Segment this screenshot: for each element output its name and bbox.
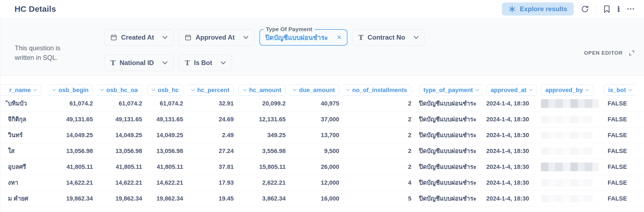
cell-is_bot: FALSE [600, 148, 635, 155]
cell-is_bot: FALSE [600, 116, 635, 123]
filter-chips: Created AtApproved AtType Of Paymentปิดบ… [104, 29, 440, 71]
filter-label: Approved At [195, 34, 235, 41]
filter-chip-approved-at[interactable]: Approved At [178, 29, 254, 46]
cell-osb_hc_oa: 49,131.65 [97, 116, 146, 123]
column-chip-no_of_installments[interactable]: no_of_installments [343, 85, 411, 96]
cell-hc_percent: 32.91 [187, 100, 238, 107]
redacted-value [541, 116, 593, 123]
cell-hc_amount: 20,099.2 [238, 100, 289, 107]
cell-osb_begin: 61,074.2 [48, 100, 97, 107]
ellipsis-icon: ••• [627, 6, 635, 12]
more-options-button[interactable]: ••• [627, 4, 635, 14]
redacted-value [541, 179, 593, 186]
info-icon: i [617, 5, 620, 13]
column-label: approved_at [491, 87, 526, 94]
cell-osb_begin: 14,049.25 [48, 132, 97, 139]
cell-hc_amount: 3,862.34 [238, 195, 289, 202]
cell-approved_by [537, 132, 600, 139]
column-header-type_of_payment: type_of_payment [415, 84, 482, 96]
cell-type_of_payment: ปิดบัญชีแบบผ่อนชำระ [415, 162, 482, 172]
cell-hc_percent: 37.81 [187, 163, 238, 170]
redacted-value [541, 132, 593, 139]
bookmark-button[interactable] [604, 4, 610, 14]
filter-chip-created-at[interactable]: Created At [104, 29, 174, 46]
cell-approved_by [537, 148, 600, 155]
cell-approved_at: 2024-1-4, 18:30 [482, 148, 537, 155]
explore-results-button[interactable]: Explore results [502, 2, 573, 16]
chevron-down-icon [162, 61, 168, 64]
column-chip-hc_amount[interactable]: hc_amount [239, 85, 286, 96]
column-chip-type_of_payment[interactable]: type_of_payment [419, 85, 482, 96]
column-header-osb_begin: osb_begin [48, 84, 97, 96]
cell-osb_hc: 14,622.21 [146, 179, 187, 186]
cell-name: อุบลศรี [0, 162, 48, 172]
column-header-no_of_installments: no_of_installments [343, 84, 415, 96]
cell-osb_hc_oa: 14,622.21 [97, 179, 146, 186]
filter-chip-is-bot[interactable]: TIs Bot [178, 55, 232, 71]
cell-hc_amount: 3,556.98 [238, 148, 289, 155]
filter-chip-type-of-payment[interactable]: Type Of Paymentปิดบัญชีแบบผ่อนชำระ× [259, 29, 348, 46]
column-chip-osb_hc_oa[interactable]: osb_hc_oa [97, 85, 142, 96]
filter-label: National ID [120, 59, 154, 67]
topbar-controls: Explore results i ••• [502, 2, 635, 16]
cell-hc_percent: 27.24 [187, 148, 238, 155]
cell-osb_hc: 49,131.65 [146, 116, 187, 123]
cell-hc_percent: 19.45 [187, 195, 238, 202]
cell-is_bot: FALSE [600, 100, 635, 107]
filter-label: Type Of Payment [264, 26, 315, 33]
text-type-icon: T [185, 59, 190, 67]
chevron-down-icon [529, 89, 533, 91]
topbar-divider [596, 4, 596, 14]
cell-due_amount: 13,700 [289, 132, 343, 139]
table-row: งหา14,622.2114,622.2114,622.2117.932,622… [0, 175, 644, 191]
column-chip-approved_at[interactable]: approved_at [486, 85, 537, 96]
column-header-is_bot: is_bot [600, 84, 635, 96]
cell-hc_percent: 24.69 [187, 116, 238, 123]
chevron-down-icon [475, 89, 479, 91]
cell-is_bot: FALSE [600, 179, 635, 186]
column-label: osb_begin [58, 87, 89, 94]
filter-chip-contract-no[interactable]: TContract No [352, 29, 425, 46]
refresh-button[interactable] [581, 4, 589, 14]
cell-approved_at: 2024-1-4, 18:30 [482, 100, 537, 107]
column-chip-hc_percent[interactable]: hc_percent [187, 85, 234, 96]
column-header-osb_hc: osb_hc [146, 84, 187, 96]
chevron-down-icon [243, 36, 248, 39]
info-button[interactable]: i [617, 4, 620, 14]
calendar-icon [185, 34, 191, 41]
column-header-due_amount: due_amount [289, 84, 343, 96]
column-chip-name[interactable]: r_name [0, 85, 41, 96]
table-row: ใส13,056.9813,056.9813,056.9827.243,556.… [0, 143, 644, 159]
cell-approved_at: 2024-1-4, 18:30 [482, 163, 537, 170]
cell-hc_percent: 17.93 [187, 179, 238, 186]
cell-osb_begin: 41,805.11 [48, 163, 97, 170]
cell-osb_begin: 13,056.98 [48, 148, 97, 155]
cell-due_amount: 26,000 [289, 163, 343, 170]
cell-approved_at: 2024-1-4, 18:30 [482, 116, 537, 123]
column-chip-osb_begin[interactable]: osb_begin [48, 85, 93, 96]
table-row: วินทร์14,049.2514,049.2514,049.252.49349… [0, 127, 644, 143]
cell-name: ม คำยศ [0, 194, 48, 203]
column-chip-is_bot[interactable]: is_bot [604, 85, 635, 96]
cell-osb_hc: 14,049.25 [146, 132, 187, 139]
table-row: จีกิติกุล49,131.6549,131.6549,131.6524.6… [0, 111, 644, 127]
cell-type_of_payment: ปิดบัญชีแบบผ่อนชำระ [415, 99, 482, 108]
text-type-icon: T [110, 59, 116, 67]
clear-filter-icon[interactable]: × [337, 34, 341, 41]
column-chip-osb_hc[interactable]: osb_hc [147, 85, 183, 96]
open-editor-button[interactable]: OPEN EDITOR [584, 50, 635, 56]
column-chip-approved_by[interactable]: approved_by [541, 85, 593, 96]
column-header-approved_by: approved_by [537, 84, 600, 96]
cell-due_amount: 12,000 [289, 179, 343, 186]
cell-no_of_installments: 2 [343, 148, 415, 155]
column-label: r_name [9, 87, 31, 94]
cell-no_of_installments: 5 [343, 195, 415, 202]
cell-type_of_payment: ปิดบัญชีแบบผ่อนชำระ [415, 114, 482, 124]
sql-note: This question is written in SQL. [15, 43, 72, 63]
filter-chip-national-id[interactable]: TNational ID [104, 55, 174, 71]
column-chip-due_amount[interactable]: due_amount [289, 85, 339, 96]
cell-no_of_installments: 4 [343, 179, 415, 186]
cell-osb_hc_oa: 19,862.34 [97, 195, 146, 202]
refresh-icon [581, 5, 589, 13]
chevron-down-icon [33, 89, 37, 91]
